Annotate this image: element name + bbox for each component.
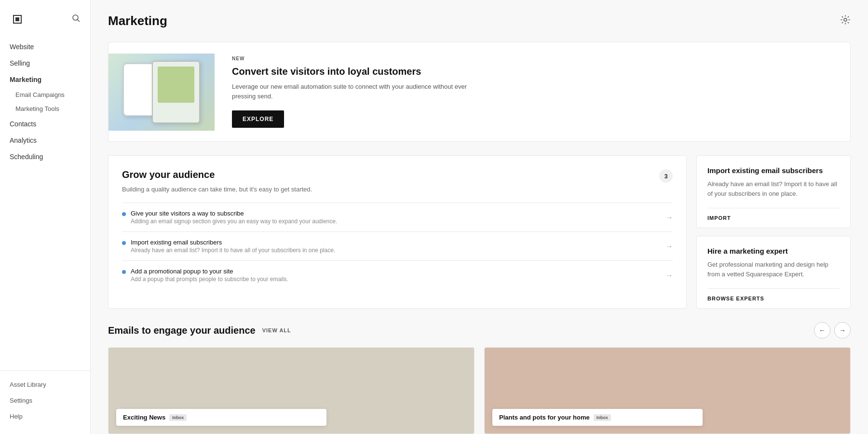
grow-item-text-2: Add a promotional popup to your site Add…	[131, 268, 288, 283]
grow-item-title-2: Add a promotional popup to your site	[131, 268, 288, 275]
hero-badge: NEW	[232, 56, 833, 61]
svg-point-2	[844, 18, 847, 21]
inbox-badge-0: Inbox	[169, 414, 187, 421]
sidebar-item-analytics[interactable]: Analytics	[0, 132, 90, 149]
search-icon[interactable]	[72, 14, 81, 25]
grow-title: Grow your audience	[122, 169, 215, 180]
import-card-desc: Already have an email list? Import it to…	[707, 179, 840, 198]
emails-title-group: Emails to engage your audience VIEW ALL	[108, 325, 291, 336]
svg-point-0	[73, 15, 78, 20]
sidebar-item-help[interactable]: Help	[0, 408, 90, 424]
grow-item-desc-0: Adding an email signup section gives you…	[131, 218, 337, 225]
hero-title: Convert site visitors into loyal custome…	[232, 66, 833, 77]
import-card-title: Import existing email subscribers	[707, 166, 840, 175]
two-col-layout: Grow your audience 3 Building a quality …	[108, 155, 851, 309]
main-content: Marketing NEW Convert site visitors into…	[91, 0, 868, 434]
grow-item-1[interactable]: Import existing email subscribers Alread…	[122, 231, 673, 260]
grow-item-2[interactable]: Add a promotional popup to your site Add…	[122, 260, 673, 289]
svg-line-1	[78, 20, 80, 22]
email-preview-1: Plants and pots for your home Inbox	[492, 409, 703, 426]
grow-badge: 3	[659, 169, 673, 183]
grow-item-arrow-1: →	[666, 243, 673, 250]
grow-item-left-0: Give your site visitors a way to subscri…	[122, 210, 337, 225]
right-column: Import existing email subscribers Alread…	[696, 155, 851, 309]
grow-item-0[interactable]: Give your site visitors a way to subscri…	[122, 203, 673, 231]
emails-title: Emails to engage your audience	[108, 325, 256, 336]
grow-item-text-0: Give your site visitors a way to subscri…	[131, 210, 337, 225]
settings-gear-icon[interactable]	[840, 14, 851, 27]
grow-audience-card: Grow your audience 3 Building a quality …	[108, 155, 687, 309]
hero-image	[108, 54, 215, 131]
sidebar-item-email-campaigns[interactable]: Email Campaigns	[0, 88, 90, 102]
sidebar-item-settings[interactable]: Settings	[0, 393, 90, 408]
email-preview-title-1: Plants and pots for your home	[499, 414, 590, 421]
grow-item-left-1: Import existing email subscribers Alread…	[122, 239, 335, 254]
email-preview-0: Exciting News Inbox	[116, 409, 326, 426]
sidebar-item-marketing[interactable]: Marketing	[0, 71, 90, 88]
sidebar-item-asset-library[interactable]: Asset Library	[0, 377, 90, 393]
email-preview-header-1: Plants and pots for your home Inbox	[499, 414, 696, 421]
grow-item-title-0: Give your site visitors a way to subscri…	[131, 210, 337, 217]
sidebar-top	[0, 0, 90, 35]
grow-header: Grow your audience 3	[122, 169, 673, 183]
hero-banner: NEW Convert site visitors into loyal cus…	[108, 42, 851, 142]
email-next-button[interactable]: →	[834, 322, 851, 339]
grow-item-left-2: Add a promotional popup to your site Add…	[122, 268, 288, 283]
grow-item-arrow-2: →	[666, 271, 673, 279]
mock-tablet-inner	[158, 67, 195, 103]
hero-description: Leverage our new email automation suite …	[232, 82, 473, 101]
import-card: Import existing email subscribers Alread…	[696, 155, 851, 228]
email-card-0[interactable]: Exciting News Inbox	[108, 347, 475, 434]
sidebar-item-website[interactable]: Website	[0, 39, 90, 55]
explore-button[interactable]: EXPLORE	[232, 110, 284, 128]
grow-item-title-1: Import existing email subscribers	[131, 239, 335, 246]
page-title: Marketing	[108, 14, 167, 28]
hero-content: NEW Convert site visitors into loyal cus…	[215, 42, 850, 141]
sidebar-item-scheduling[interactable]: Scheduling	[0, 149, 90, 165]
emails-header: Emails to engage your audience VIEW ALL …	[108, 322, 851, 339]
email-card-bg-0: Exciting News Inbox	[108, 348, 474, 434]
experts-card-title: Hire a marketing expert	[707, 247, 840, 255]
sidebar-item-contacts[interactable]: Contacts	[0, 116, 90, 132]
emails-section: Emails to engage your audience VIEW ALL …	[108, 322, 851, 434]
hero-image-mock	[108, 54, 215, 131]
import-link[interactable]: IMPORT	[707, 208, 840, 228]
experts-card-desc: Get professional marketing and design he…	[707, 260, 840, 279]
email-card-1[interactable]: Plants and pots for your home Inbox	[484, 347, 851, 434]
email-preview-header-0: Exciting News Inbox	[123, 414, 320, 421]
email-prev-button[interactable]: ←	[814, 322, 830, 339]
grow-item-dot-0	[122, 212, 126, 216]
sidebar-nav: Website Selling Marketing Email Campaign…	[0, 35, 90, 370]
mock-tablet	[152, 61, 200, 123]
grow-item-dot-1	[122, 241, 126, 245]
sidebar: Website Selling Marketing Email Campaign…	[0, 0, 91, 434]
email-preview-title-0: Exciting News	[123, 414, 165, 421]
grow-description: Building a quality audience can take tim…	[122, 186, 673, 193]
grow-item-desc-2: Add a popup that prompts people to subsc…	[131, 276, 288, 283]
inbox-badge-1: Inbox	[594, 414, 611, 421]
email-cards: Exciting News Inbox Plants and pots for …	[108, 347, 851, 434]
sidebar-item-marketing-tools[interactable]: Marketing Tools	[0, 102, 90, 116]
grow-item-arrow-0: →	[666, 214, 673, 221]
email-nav: ← →	[814, 322, 851, 339]
browse-experts-link[interactable]: BROWSE EXPERTS	[707, 288, 840, 308]
logo-icon[interactable]	[10, 12, 25, 27]
view-all-link[interactable]: VIEW ALL	[262, 327, 291, 333]
grow-item-text-1: Import existing email subscribers Alread…	[131, 239, 335, 254]
email-card-bg-1: Plants and pots for your home Inbox	[485, 348, 850, 434]
experts-card: Hire a marketing expert Get professional…	[696, 236, 851, 309]
grow-item-dot-2	[122, 270, 126, 274]
sidebar-bottom: Asset Library Settings Help	[0, 370, 90, 434]
sidebar-item-selling[interactable]: Selling	[0, 55, 90, 71]
page-header: Marketing	[108, 14, 851, 28]
grow-item-desc-1: Already have an email list? Import it to…	[131, 247, 335, 254]
